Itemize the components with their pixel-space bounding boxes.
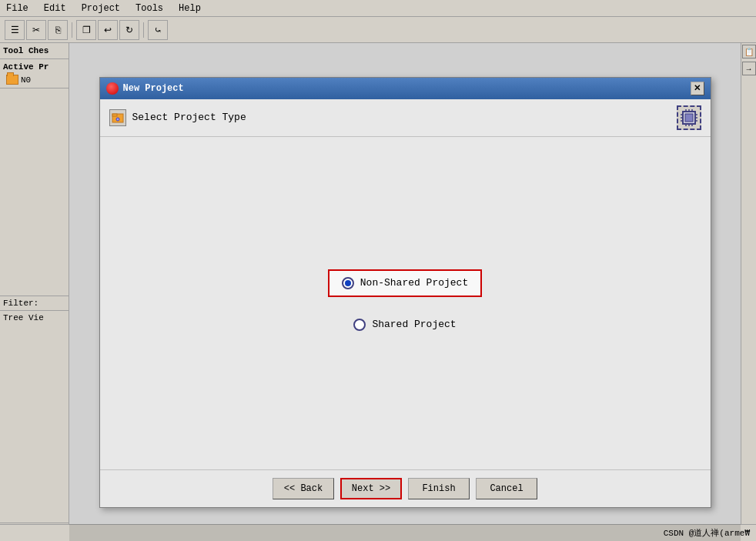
right-panel: 📋 → [741, 43, 756, 541]
toolbar-btn-3[interactable]: ⎘ [48, 20, 68, 40]
menu-edit[interactable]: Edit [41, 2, 69, 15]
toolbar-btn-4[interactable]: ❐ [76, 20, 96, 40]
dialog-title: New Project [123, 83, 184, 94]
toolbar-btn-6[interactable]: ↻ [119, 20, 139, 40]
svg-rect-1 [112, 114, 117, 116]
dialog-content: Non-Shared Project Shared Project [100, 137, 711, 469]
toolbar-separator-2 [143, 22, 144, 38]
dialog-title-icon [106, 82, 119, 95]
toolbar-btn-1[interactable]: ☰ [5, 20, 25, 40]
sidebar: Tool Ches Active Pr N0 Filter: Tree Vie … [0, 43, 69, 541]
tree-item-label: N0 [21, 75, 31, 85]
svg-rect-4 [685, 114, 693, 122]
active-projects-section: Active Pr N0 [0, 59, 69, 88]
sidebar-spacer [0, 88, 69, 296]
sidebar-filter: Filter: [0, 296, 69, 310]
tree-view-label: Tree Vie [3, 313, 44, 322]
svg-point-2 [116, 118, 119, 121]
tool-chest-title: Tool Ches [3, 45, 65, 57]
toolbar: ☰ ✂ ⎘ ❐ ↩ ↻ ⤿ [0, 17, 756, 43]
new-project-dialog: New Project ✕ Select [99, 77, 711, 508]
menu-project[interactable]: Project [79, 2, 123, 15]
shared-project-label: Shared Project [372, 319, 456, 330]
menu-help[interactable]: Help [176, 2, 204, 15]
non-shared-radio-circle [342, 277, 354, 289]
right-panel-btn-1[interactable]: 📋 [742, 45, 756, 58]
right-panel-btn-2[interactable]: → [742, 62, 756, 75]
menu-file[interactable]: File [3, 2, 32, 15]
dialog-body: Select Project Type [100, 99, 711, 507]
shared-project-option[interactable]: Shared Project [341, 312, 468, 337]
dialog-overlay: New Project ✕ Select [69, 43, 741, 541]
non-shared-project-label: Non-Shared Project [360, 277, 468, 289]
tree-item-n0[interactable]: N0 [3, 73, 65, 86]
content-area: New Project ✕ Select [69, 43, 741, 541]
toolbar-btn-2[interactable]: ✂ [26, 20, 46, 40]
menu-bar: File Edit Project Tools Help [0, 0, 756, 17]
dialog-close-button[interactable]: ✕ [691, 82, 704, 95]
toolbar-btn-5[interactable]: ↩ [98, 20, 118, 40]
tool-chest-section: Tool Ches [0, 43, 69, 59]
toolbar-btn-7[interactable]: ⤿ [148, 20, 168, 40]
dialog-header-bar: Select Project Type [100, 99, 711, 137]
dialog-header-title: Select Project Type [132, 112, 246, 123]
non-shared-project-option[interactable]: Non-Shared Project [328, 269, 482, 297]
finish-button[interactable]: Finish [408, 478, 470, 499]
cancel-button[interactable]: Cancel [476, 478, 537, 499]
dialog-footer: << Back Next >> Finish Cancel [100, 469, 711, 507]
toolbar-separator-1 [72, 22, 72, 38]
sidebar-treeview: Tree Vie [0, 310, 69, 523]
back-button[interactable]: << Back [273, 478, 334, 499]
shared-radio-circle [353, 319, 366, 331]
filter-label: Filter: [3, 299, 38, 308]
dialog-header-chip-icon [677, 105, 701, 130]
next-button[interactable]: Next >> [340, 478, 402, 499]
active-projects-title: Active Pr [3, 61, 65, 73]
dialog-header-icon [109, 109, 126, 126]
menu-tools[interactable]: Tools [132, 2, 166, 15]
main-layout: Tool Ches Active Pr N0 Filter: Tree Vie … [0, 43, 756, 541]
folder-icon [6, 75, 18, 85]
dialog-titlebar: New Project ✕ [100, 78, 711, 99]
